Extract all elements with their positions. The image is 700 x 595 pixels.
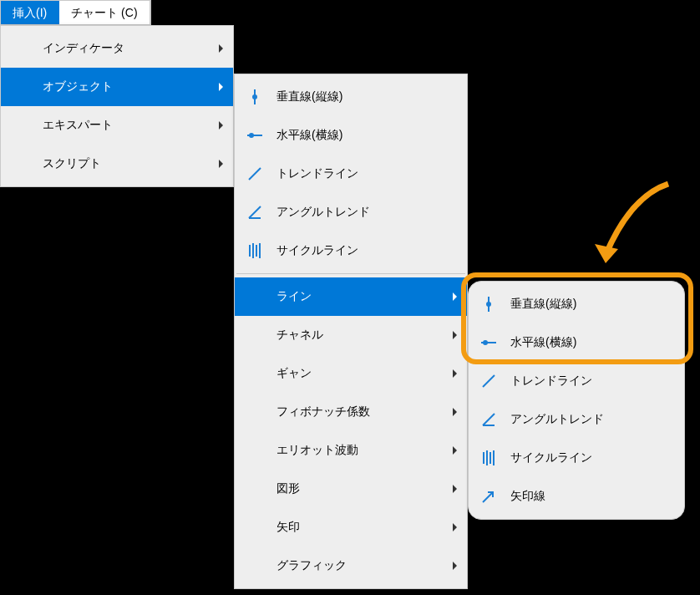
menu-item-label: エキスパート [43, 118, 113, 133]
menu-divider [236, 273, 465, 274]
submenu-arrow-icon [453, 562, 457, 570]
menu-item-label: 矢印線 [510, 489, 545, 504]
menu-item-label: サイクルライン [276, 243, 358, 258]
menu-item-label: オブジェクト [43, 79, 113, 94]
menu-item-label: 垂直線(縦線) [276, 89, 342, 104]
menubar: 挿入(I) チャート (C) [0, 0, 151, 25]
menu3-vertical[interactable]: 垂直線(縦線) [469, 285, 684, 323]
menu-item-label: サイクルライン [510, 450, 592, 465]
menu-item-label: インディケータ [43, 41, 124, 56]
menu-item-label: トレンドライン [510, 374, 592, 389]
horizontal-line-icon [245, 126, 265, 145]
pointer-arrow-icon [585, 175, 685, 276]
menu-item-label: 垂直線(縦線) [510, 297, 576, 312]
menu-item-label: 水平線(横線) [510, 335, 576, 350]
insert-menu: インディケータ オブジェクト エキスパート スクリプト [0, 25, 234, 187]
menu2-graphic[interactable]: グラフィック [235, 547, 467, 585]
menu-item-label: グラフィック [276, 558, 347, 573]
submenu-arrow-icon [453, 369, 457, 378]
menu1-script[interactable]: スクリプト [1, 145, 233, 183]
angle-trend-icon [479, 410, 499, 429]
menu-item-label: トレンドライン [276, 166, 358, 181]
menu1-indicator[interactable]: インディケータ [1, 29, 233, 68]
menu-item-label: スクリプト [43, 156, 101, 171]
menu2-angletrend[interactable]: アングルトレンド [235, 193, 467, 231]
svg-line-15 [483, 375, 495, 387]
menu2-elliott[interactable]: エリオット波動 [235, 431, 467, 470]
cycle-line-icon [479, 449, 499, 467]
menu2-line[interactable]: ライン [235, 277, 467, 316]
submenu-arrow-icon [219, 83, 223, 91]
svg-line-16 [483, 414, 495, 425]
menu1-object[interactable]: オブジェクト [1, 68, 233, 106]
svg-point-1 [253, 95, 256, 99]
submenu-arrow-icon [453, 331, 457, 339]
submenu-arrow-icon [453, 485, 457, 493]
submenu-arrow-icon [219, 160, 223, 168]
menu-item-label: 図形 [276, 481, 300, 496]
vertical-line-icon [245, 88, 265, 106]
svg-point-14 [484, 341, 487, 344]
menu3-angletrend[interactable]: アングルトレンド [469, 400, 684, 439]
menubar-insert[interactable]: 挿入(I) [1, 1, 59, 24]
menu-item-label: ライン [276, 289, 312, 304]
submenu-arrow-icon [219, 121, 223, 130]
cycle-line-icon [245, 242, 265, 260]
menu-item-label: アングルトレンド [276, 205, 370, 220]
object-submenu: 垂直線(縦線) 水平線(横線) トレンドライン アングルトレンド サイクルライン… [234, 74, 468, 589]
menu-item-label: ギャン [276, 366, 312, 381]
svg-point-3 [250, 134, 253, 137]
menu2-gann[interactable]: ギャン [235, 354, 467, 393]
vertical-line-icon [479, 295, 499, 313]
submenu-arrow-icon [453, 523, 457, 531]
trendline-icon [245, 165, 265, 183]
menu1-expert[interactable]: エキスパート [1, 106, 233, 145]
menu2-vertical[interactable]: 垂直線(縦線) [235, 78, 467, 116]
menu-item-label: エリオット波動 [276, 443, 358, 458]
svg-line-22 [483, 492, 493, 502]
line-submenu: 垂直線(縦線) 水平線(横線) トレンドライン アングルトレンド サイクルライン… [468, 281, 685, 520]
menubar-chart[interactable]: チャート (C) [59, 1, 150, 24]
menu3-arrowline[interactable]: 矢印線 [469, 477, 684, 516]
menu2-trendline[interactable]: トレンドライン [235, 155, 467, 193]
menu-item-label: フィボナッチ係数 [276, 404, 370, 420]
trendline-icon [479, 372, 499, 390]
svg-marker-23 [595, 244, 618, 263]
menu2-channel[interactable]: チャネル [235, 316, 467, 354]
menu3-trendline[interactable]: トレンドライン [469, 362, 684, 400]
menu-item-label: 矢印 [276, 520, 300, 535]
svg-line-4 [249, 168, 261, 180]
menu3-cycleline[interactable]: サイクルライン [469, 439, 684, 477]
submenu-arrow-icon [453, 408, 457, 416]
submenu-arrow-icon [219, 44, 223, 53]
menu-item-label: 水平線(横線) [276, 128, 342, 143]
svg-point-12 [487, 303, 490, 306]
submenu-arrow-icon [453, 292, 457, 301]
horizontal-line-icon [479, 333, 499, 352]
menu-item-label: チャネル [276, 328, 323, 343]
menu-item-label: アングルトレンド [510, 412, 604, 427]
menu2-arrow[interactable]: 矢印 [235, 508, 467, 547]
angle-trend-icon [245, 203, 265, 221]
submenu-arrow-icon [453, 446, 457, 455]
arrow-line-icon [479, 487, 499, 506]
menu3-horizontal[interactable]: 水平線(横線) [469, 323, 684, 362]
svg-line-5 [249, 206, 261, 218]
menu2-horizontal[interactable]: 水平線(横線) [235, 116, 467, 155]
menu2-fibonacci[interactable]: フィボナッチ係数 [235, 393, 467, 431]
menu2-cycleline[interactable]: サイクルライン [235, 231, 467, 270]
menu2-shape[interactable]: 図形 [235, 470, 467, 508]
